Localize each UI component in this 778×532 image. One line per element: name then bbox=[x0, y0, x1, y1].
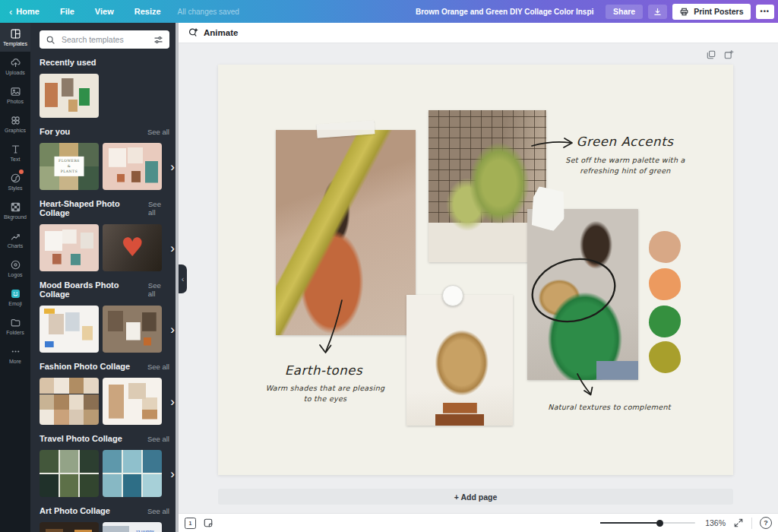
green-accents-subtitle[interactable]: Set off the warm palette with a refreshi… bbox=[560, 155, 691, 176]
animate-button[interactable]: Animate bbox=[204, 28, 238, 37]
sidebar-item-emoji[interactable]: Emoji bbox=[0, 283, 30, 312]
template-thumbnail-heart-photo[interactable]: ♥ bbox=[103, 224, 162, 271]
earth-tones-line2: to the eyes bbox=[261, 394, 390, 404]
template-thumbnail-mood-white[interactable] bbox=[40, 306, 99, 353]
section-travel: Travel Photo Collage See all › bbox=[40, 434, 169, 497]
resize-menu[interactable]: Resize bbox=[134, 7, 161, 16]
duplicate-page-icon[interactable] bbox=[706, 49, 716, 60]
pin-graphic[interactable] bbox=[442, 285, 463, 306]
template-thumbnail-art-birthday[interactable]: 13 Hurry Birthday Gift Ideas bbox=[103, 522, 162, 532]
green-accents-line2: refreshing hint of green bbox=[560, 166, 691, 176]
zoom-slider-knob[interactable] bbox=[656, 520, 663, 527]
scroll-right-chevron-icon[interactable]: › bbox=[170, 395, 175, 408]
section-title: Heart-Shaped Photo Collage bbox=[40, 199, 148, 217]
sidebar-item-background[interactable]: Bkground bbox=[0, 196, 30, 225]
template-thumbnail-flowers-plants[interactable]: FLOWERS & PLANTS bbox=[40, 143, 99, 190]
add-page-button[interactable]: + Add page bbox=[218, 489, 733, 505]
document-title[interactable]: Brown Orange and Green DIY Collage Color… bbox=[416, 8, 594, 16]
page-number-icon[interactable]: 1 bbox=[185, 518, 196, 529]
more-options-button[interactable]: ••• bbox=[756, 5, 774, 19]
moodboard-photo-woman-orange-top[interactable] bbox=[276, 130, 416, 335]
color-swatch-orange[interactable] bbox=[649, 268, 681, 300]
section-title: Travel Photo Collage bbox=[40, 434, 122, 443]
divider bbox=[751, 518, 752, 529]
moodboard-photo-woman-green-shirt[interactable] bbox=[527, 209, 638, 380]
template-thumbnail-recent-moodboard[interactable] bbox=[40, 74, 99, 118]
scroll-right-chevron-icon[interactable]: › bbox=[170, 467, 175, 480]
template-thumbnail-pink-collage[interactable] bbox=[103, 143, 162, 190]
template-thumbnail-art-dark[interactable] bbox=[40, 522, 99, 532]
text-icon bbox=[10, 144, 21, 155]
earth-tones-line1: Warm shades that are pleasing bbox=[261, 383, 390, 394]
sidebar-item-folders[interactable]: Folders bbox=[0, 312, 30, 340]
filter-icon[interactable] bbox=[153, 35, 163, 45]
see-all-link[interactable]: See all bbox=[148, 200, 169, 217]
template-thumbnail-travel-teal[interactable] bbox=[103, 450, 162, 497]
file-menu[interactable]: File bbox=[60, 7, 74, 16]
earth-tones-title[interactable]: Earth-tones bbox=[267, 363, 381, 378]
template-thumbnail-travel-jungle[interactable] bbox=[40, 450, 99, 497]
sidebar-item-text[interactable]: Text bbox=[0, 138, 30, 167]
sidebar-item-label: Folders bbox=[6, 330, 24, 335]
fullscreen-icon[interactable] bbox=[733, 518, 744, 528]
section-title: Mood Boards Photo Collage bbox=[40, 280, 148, 299]
color-swatch-tan[interactable] bbox=[649, 231, 681, 263]
color-swatch-olive[interactable] bbox=[649, 341, 681, 373]
workspace: Green Accents Set off the warm palette w… bbox=[179, 43, 778, 513]
sidebar-item-label: Charts bbox=[8, 243, 24, 249]
emoji-icon bbox=[10, 288, 21, 299]
templates-icon bbox=[10, 28, 21, 40]
top-bar: ‹ Home File View Resize All changes save… bbox=[0, 0, 778, 23]
share-button[interactable]: Share bbox=[606, 5, 643, 19]
print-posters-button[interactable]: Print Posters bbox=[672, 4, 750, 20]
help-button[interactable]: ? bbox=[760, 517, 772, 529]
sidebar-item-styles[interactable]: Styles bbox=[0, 167, 30, 196]
color-swatch-green[interactable] bbox=[649, 306, 681, 337]
sidebar-item-uploads[interactable]: Uploads bbox=[0, 52, 30, 81]
scroll-right-chevron-icon[interactable]: › bbox=[170, 323, 175, 336]
template-thumbnail-heart-blush[interactable] bbox=[40, 224, 99, 271]
sidebar-item-templates[interactable]: Templates bbox=[0, 23, 30, 52]
download-icon bbox=[653, 7, 663, 17]
heart-graphic: ♥ bbox=[121, 234, 144, 260]
template-thumbnail-mood-brown[interactable] bbox=[103, 306, 162, 353]
template-thumbnail-fashion-grid[interactable] bbox=[40, 378, 99, 425]
sidebar-item-charts[interactable]: Charts bbox=[0, 225, 30, 254]
section-title: Recently used bbox=[40, 58, 96, 67]
notes-icon[interactable] bbox=[203, 518, 213, 528]
sidebar-item-logos[interactable]: Logos bbox=[0, 254, 30, 283]
zoom-slider-fill bbox=[600, 522, 659, 524]
moodboard-photo-woven-bag[interactable] bbox=[406, 295, 513, 426]
section-title: Fashion Photo Collage bbox=[40, 362, 130, 371]
uploads-icon bbox=[10, 57, 21, 68]
see-all-link[interactable]: See all bbox=[147, 435, 169, 443]
see-all-link[interactable]: See all bbox=[147, 128, 169, 136]
see-all-link[interactable]: See all bbox=[148, 281, 169, 298]
green-accents-title[interactable]: Green Accents bbox=[566, 135, 684, 149]
canvas-toolbar: Animate bbox=[179, 23, 778, 43]
see-all-link[interactable]: See all bbox=[147, 507, 169, 515]
scroll-right-chevron-icon[interactable]: › bbox=[170, 242, 175, 255]
search-input[interactable] bbox=[60, 34, 149, 45]
add-page-icon[interactable] bbox=[723, 49, 734, 60]
photos-icon bbox=[10, 86, 21, 97]
panel-collapse-handle[interactable]: ‹ bbox=[179, 264, 187, 293]
templates-panel: Recently used For you See all FLOWERS & … bbox=[30, 23, 179, 532]
sidebar: Templates Uploads Photos Graphics Text S… bbox=[0, 23, 30, 532]
see-all-link[interactable]: See all bbox=[147, 363, 169, 371]
home-button[interactable]: Home bbox=[16, 7, 40, 16]
scroll-right-chevron-icon[interactable]: › bbox=[170, 160, 175, 173]
natural-textures-caption[interactable]: Natural textures to complement bbox=[540, 402, 678, 413]
view-menu[interactable]: View bbox=[95, 7, 114, 16]
download-button[interactable] bbox=[648, 5, 667, 19]
back-chevron-icon[interactable]: ‹ bbox=[9, 6, 12, 17]
sidebar-item-graphics[interactable]: Graphics bbox=[0, 109, 30, 138]
sidebar-item-more[interactable]: More bbox=[0, 340, 30, 369]
zoom-level[interactable]: 136% bbox=[703, 518, 726, 527]
earth-tones-subtitle[interactable]: Warm shades that are pleasing to the eye… bbox=[261, 383, 390, 404]
sidebar-item-photos[interactable]: Photos bbox=[0, 81, 30, 109]
styles-notification-dot bbox=[19, 169, 24, 174]
design-page[interactable]: Green Accents Set off the warm palette w… bbox=[218, 65, 733, 475]
zoom-slider[interactable] bbox=[600, 522, 695, 524]
template-thumbnail-fashion-white[interactable] bbox=[103, 378, 162, 425]
